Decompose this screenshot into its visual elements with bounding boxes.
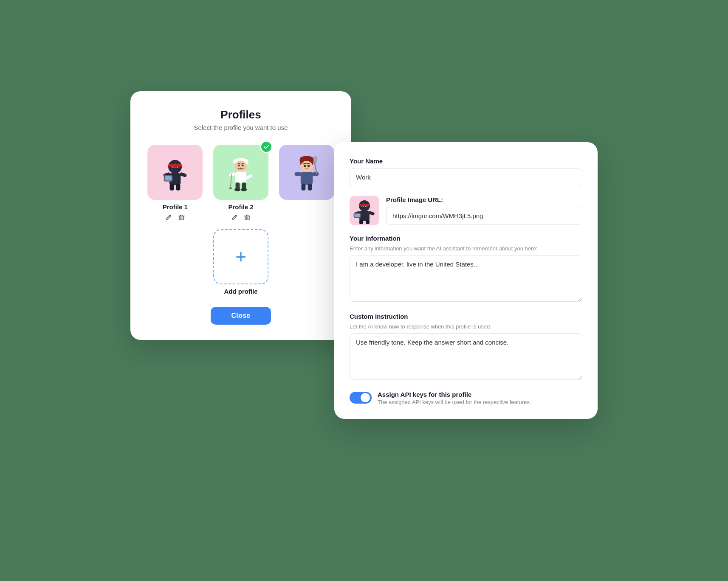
- svg-point-40: [304, 165, 306, 167]
- toggle-text-group: Assign API keys for this profile The ass…: [378, 391, 531, 405]
- edit-card: Your Name: [334, 142, 598, 419]
- custom-label: Custom Instruction: [350, 313, 582, 320]
- custom-section: Custom Instruction Let the AI know how t…: [350, 313, 582, 382]
- close-button[interactable]: Close: [211, 307, 271, 325]
- name-section: Your Name: [350, 157, 582, 186]
- profile-image-input-group: Profile Image URL:: [386, 196, 582, 225]
- svg-point-25: [242, 164, 243, 166]
- edit-profile-1-button[interactable]: [165, 214, 172, 221]
- svg-rect-59: [359, 211, 370, 221]
- edit-profile-2-button[interactable]: [231, 214, 238, 221]
- svg-rect-63: [366, 220, 370, 224]
- warrior-icon: [290, 153, 324, 191]
- info-label: Your Information: [350, 235, 582, 242]
- svg-point-32: [229, 187, 232, 189]
- add-profile-item: + Add profile: [146, 229, 336, 295]
- profile-avatar-bg-2: [213, 145, 268, 200]
- profiles-subtitle: Select the profile you want to use: [146, 124, 336, 131]
- api-keys-toggle[interactable]: [350, 392, 372, 404]
- svg-point-34: [241, 188, 247, 191]
- info-section: Your Information Enter any information y…: [350, 235, 582, 303]
- toggle-slider: [350, 392, 372, 404]
- svg-point-39: [300, 161, 312, 172]
- profile-preview-avatar: [350, 196, 379, 225]
- profile-avatar-bg-1: [147, 145, 203, 200]
- name-input[interactable]: [350, 168, 582, 186]
- add-profile-box[interactable]: +: [213, 229, 268, 284]
- name-label: Your Name: [350, 157, 582, 165]
- profile-2-name: Profile 2: [228, 203, 253, 211]
- api-keys-label: Assign API keys for this profile: [378, 391, 531, 398]
- svg-point-8: [174, 163, 177, 166]
- delete-profile-2-button[interactable]: [244, 214, 251, 221]
- svg-point-46: [313, 156, 317, 162]
- svg-point-41: [307, 165, 309, 167]
- custom-textarea[interactable]: Use friendly tone. Keep the answer short…: [350, 333, 582, 380]
- svg-point-23: [235, 160, 247, 172]
- profile-1-actions: [165, 214, 185, 221]
- svg-rect-65: [355, 214, 360, 217]
- selected-badge: [260, 140, 273, 153]
- svg-point-24: [238, 164, 240, 166]
- image-url-label: Profile Image URL:: [386, 196, 582, 203]
- image-url-input[interactable]: [386, 207, 582, 225]
- svg-rect-14: [176, 183, 181, 190]
- svg-point-57: [363, 203, 366, 206]
- profile-avatar-wrapper-1: [147, 145, 203, 200]
- profile-2-actions: [231, 214, 251, 221]
- golfer-icon: [224, 153, 258, 191]
- info-sublabel: Enter any information you want the AI as…: [350, 245, 582, 252]
- svg-rect-35: [245, 216, 249, 220]
- svg-rect-16: [165, 176, 172, 180]
- svg-point-33: [234, 188, 240, 191]
- add-profile-icon: +: [235, 247, 246, 266]
- svg-rect-47: [301, 183, 305, 190]
- svg-rect-43: [294, 172, 301, 176]
- profile-item-3[interactable]: [277, 145, 336, 202]
- svg-rect-44: [312, 172, 319, 176]
- profile-1-name: Profile 1: [163, 203, 188, 211]
- profile-item-2[interactable]: Profile 2: [212, 145, 271, 221]
- info-textarea[interactable]: I am a developer, live in the United Sta…: [350, 255, 582, 302]
- svg-rect-26: [235, 171, 247, 183]
- ninja-icon: [158, 153, 192, 191]
- api-keys-sublabel: The assigned API keys will be used for t…: [378, 399, 531, 405]
- profile-image-row: Profile Image URL:: [350, 196, 582, 225]
- profiles-title: Profiles: [146, 108, 336, 121]
- add-profile-label: Add profile: [224, 288, 257, 295]
- api-keys-toggle-row: Assign API keys for this profile The ass…: [350, 391, 582, 405]
- profile-avatar-wrapper-2: [213, 145, 268, 200]
- svg-rect-13: [170, 183, 174, 190]
- custom-sublabel: Let the AI know how to response when thi…: [350, 323, 582, 330]
- svg-rect-42: [300, 172, 312, 185]
- profiles-card: Profiles Select the profile you want to …: [130, 91, 351, 340]
- svg-rect-48: [308, 183, 312, 190]
- profiles-grid: Profile 1: [146, 145, 336, 221]
- profile-avatar-bg-3: [279, 145, 334, 200]
- profile-avatar-wrapper-3: [279, 145, 334, 200]
- svg-rect-17: [179, 216, 183, 220]
- delete-profile-1-button[interactable]: [178, 214, 185, 221]
- svg-rect-62: [359, 220, 363, 224]
- profile-item-1[interactable]: Profile 1: [146, 145, 205, 221]
